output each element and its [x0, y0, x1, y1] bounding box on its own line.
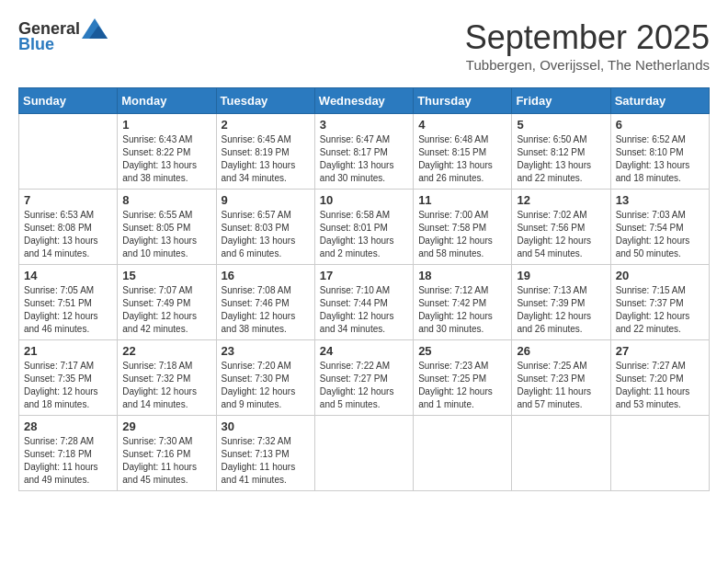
day-number: 24 — [320, 344, 408, 358]
day-number: 10 — [320, 193, 408, 207]
day-number: 5 — [517, 118, 605, 132]
calendar-cell: 30Sunrise: 7:32 AMSunset: 7:13 PMDayligh… — [216, 416, 314, 491]
day-number: 3 — [320, 118, 408, 132]
cell-content: Sunrise: 6:53 AMSunset: 8:08 PMDaylight:… — [24, 209, 112, 260]
calendar-cell: 17Sunrise: 7:10 AMSunset: 7:44 PMDayligh… — [314, 265, 413, 340]
cell-content: Sunrise: 7:23 AMSunset: 7:25 PMDaylight:… — [418, 360, 506, 411]
day-number: 26 — [517, 344, 605, 358]
calendar-cell — [414, 416, 512, 491]
day-number: 11 — [418, 193, 506, 207]
logo: General Blue — [18, 18, 108, 54]
cell-content: Sunrise: 6:48 AMSunset: 8:15 PMDaylight:… — [418, 133, 506, 185]
week-row-4: 21Sunrise: 7:17 AMSunset: 7:35 PMDayligh… — [19, 340, 710, 416]
day-number: 27 — [616, 344, 704, 358]
calendar-cell: 10Sunrise: 6:58 AMSunset: 8:01 PMDayligh… — [314, 190, 413, 265]
cell-content: Sunrise: 6:43 AMSunset: 8:22 PMDaylight:… — [122, 133, 210, 185]
weekday-header-monday: Monday — [118, 88, 216, 114]
calendar-cell: 23Sunrise: 7:20 AMSunset: 7:30 PMDayligh… — [216, 340, 314, 416]
day-number: 25 — [418, 344, 506, 358]
cell-content: Sunrise: 7:32 AMSunset: 7:13 PMDaylight:… — [222, 435, 310, 487]
cell-content: Sunrise: 7:08 AMSunset: 7:46 PMDaylight:… — [222, 284, 310, 336]
day-number: 28 — [24, 419, 112, 433]
month-title: September 2025 — [465, 18, 710, 57]
weekday-header-wednesday: Wednesday — [314, 88, 413, 114]
day-number: 2 — [222, 118, 310, 132]
cell-content: Sunrise: 7:10 AMSunset: 7:44 PMDaylight:… — [320, 284, 408, 336]
day-number: 13 — [616, 193, 704, 207]
calendar-cell: 1Sunrise: 6:43 AMSunset: 8:22 PMDaylight… — [118, 114, 216, 190]
day-number: 18 — [418, 269, 506, 282]
day-number: 20 — [616, 269, 704, 282]
calendar-cell: 22Sunrise: 7:18 AMSunset: 7:32 PMDayligh… — [118, 340, 216, 416]
day-number: 4 — [418, 118, 506, 132]
calendar-cell: 2Sunrise: 6:45 AMSunset: 8:19 PMDaylight… — [216, 114, 314, 190]
day-number: 30 — [222, 419, 310, 433]
day-number: 8 — [122, 193, 210, 207]
calendar-cell: 25Sunrise: 7:23 AMSunset: 7:25 PMDayligh… — [414, 340, 512, 416]
cell-content: Sunrise: 7:13 AMSunset: 7:39 PMDaylight:… — [517, 284, 605, 336]
day-number: 9 — [222, 193, 310, 207]
calendar-cell: 28Sunrise: 7:28 AMSunset: 7:18 PMDayligh… — [19, 416, 118, 491]
calendar-cell: 9Sunrise: 6:57 AMSunset: 8:03 PMDaylight… — [216, 190, 314, 265]
day-number: 7 — [24, 193, 112, 207]
week-row-5: 28Sunrise: 7:28 AMSunset: 7:18 PMDayligh… — [19, 416, 710, 491]
logo-icon — [82, 18, 108, 39]
cell-content: Sunrise: 7:22 AMSunset: 7:27 PMDaylight:… — [320, 360, 408, 411]
title-area: September 2025 Tubbergen, Overijssel, Th… — [465, 18, 710, 73]
calendar-cell: 21Sunrise: 7:17 AMSunset: 7:35 PMDayligh… — [19, 340, 118, 416]
day-number: 23 — [222, 344, 310, 358]
day-number: 15 — [122, 269, 210, 282]
cell-content: Sunrise: 7:30 AMSunset: 7:16 PMDaylight:… — [122, 435, 210, 487]
calendar-cell: 19Sunrise: 7:13 AMSunset: 7:39 PMDayligh… — [512, 265, 610, 340]
calendar-cell: 20Sunrise: 7:15 AMSunset: 7:37 PMDayligh… — [610, 265, 709, 340]
calendar-cell — [512, 416, 610, 491]
calendar-cell: 13Sunrise: 7:03 AMSunset: 7:54 PMDayligh… — [610, 190, 709, 265]
cell-content: Sunrise: 7:07 AMSunset: 7:49 PMDaylight:… — [122, 284, 210, 336]
weekday-header-saturday: Saturday — [610, 88, 709, 114]
calendar-cell: 27Sunrise: 7:27 AMSunset: 7:20 PMDayligh… — [610, 340, 709, 416]
cell-content: Sunrise: 6:50 AMSunset: 8:12 PMDaylight:… — [517, 133, 605, 185]
page-header: General Blue September 2025 Tubbergen, O… — [18, 18, 710, 73]
cell-content: Sunrise: 7:12 AMSunset: 7:42 PMDaylight:… — [418, 284, 506, 336]
calendar-cell: 3Sunrise: 6:47 AMSunset: 8:17 PMDaylight… — [314, 114, 413, 190]
cell-content: Sunrise: 7:05 AMSunset: 7:51 PMDaylight:… — [24, 284, 112, 336]
cell-content: Sunrise: 7:28 AMSunset: 7:18 PMDaylight:… — [24, 435, 112, 487]
day-number: 29 — [122, 419, 210, 433]
calendar-cell: 14Sunrise: 7:05 AMSunset: 7:51 PMDayligh… — [19, 265, 118, 340]
weekday-header-row: SundayMondayTuesdayWednesdayThursdayFrid… — [19, 88, 710, 114]
weekday-header-tuesday: Tuesday — [216, 88, 314, 114]
calendar-cell: 26Sunrise: 7:25 AMSunset: 7:23 PMDayligh… — [512, 340, 610, 416]
week-row-3: 14Sunrise: 7:05 AMSunset: 7:51 PMDayligh… — [19, 265, 710, 340]
cell-content: Sunrise: 7:15 AMSunset: 7:37 PMDaylight:… — [616, 284, 704, 336]
weekday-header-sunday: Sunday — [19, 88, 118, 114]
day-number: 16 — [222, 269, 310, 282]
cell-content: Sunrise: 7:17 AMSunset: 7:35 PMDaylight:… — [24, 360, 112, 411]
cell-content: Sunrise: 6:52 AMSunset: 8:10 PMDaylight:… — [616, 133, 704, 185]
calendar-cell: 16Sunrise: 7:08 AMSunset: 7:46 PMDayligh… — [216, 265, 314, 340]
cell-content: Sunrise: 7:03 AMSunset: 7:54 PMDaylight:… — [616, 209, 704, 260]
cell-content: Sunrise: 7:02 AMSunset: 7:56 PMDaylight:… — [517, 209, 605, 260]
cell-content: Sunrise: 7:18 AMSunset: 7:32 PMDaylight:… — [122, 360, 210, 411]
day-number: 12 — [517, 193, 605, 207]
week-row-2: 7Sunrise: 6:53 AMSunset: 8:08 PMDaylight… — [19, 190, 710, 265]
cell-content: Sunrise: 7:27 AMSunset: 7:20 PMDaylight:… — [616, 360, 704, 411]
location-text: Tubbergen, Overijssel, The Netherlands — [465, 57, 710, 73]
calendar-cell: 11Sunrise: 7:00 AMSunset: 7:58 PMDayligh… — [414, 190, 512, 265]
cell-content: Sunrise: 6:55 AMSunset: 8:05 PMDaylight:… — [122, 209, 210, 260]
calendar-cell: 29Sunrise: 7:30 AMSunset: 7:16 PMDayligh… — [118, 416, 216, 491]
calendar-cell: 18Sunrise: 7:12 AMSunset: 7:42 PMDayligh… — [414, 265, 512, 340]
calendar-cell — [610, 416, 709, 491]
day-number: 19 — [517, 269, 605, 282]
calendar-cell: 12Sunrise: 7:02 AMSunset: 7:56 PMDayligh… — [512, 190, 610, 265]
cell-content: Sunrise: 7:20 AMSunset: 7:30 PMDaylight:… — [222, 360, 310, 411]
calendar-cell: 15Sunrise: 7:07 AMSunset: 7:49 PMDayligh… — [118, 265, 216, 340]
day-number: 21 — [24, 344, 112, 358]
week-row-1: 1Sunrise: 6:43 AMSunset: 8:22 PMDaylight… — [19, 114, 710, 190]
day-number: 1 — [122, 118, 210, 132]
day-number: 17 — [320, 269, 408, 282]
day-number: 6 — [616, 118, 704, 132]
cell-content: Sunrise: 7:00 AMSunset: 7:58 PMDaylight:… — [418, 209, 506, 260]
calendar-cell — [314, 416, 413, 491]
calendar-cell — [19, 114, 118, 190]
day-number: 14 — [24, 269, 112, 282]
